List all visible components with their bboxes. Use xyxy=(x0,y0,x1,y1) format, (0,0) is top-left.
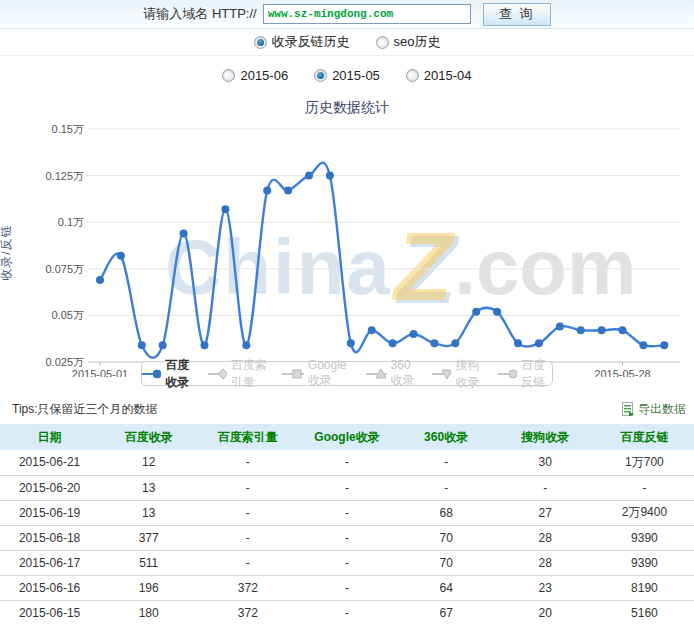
radio-option-month-2[interactable]: 2015-04 xyxy=(406,68,472,83)
data-point[interactable] xyxy=(368,326,376,334)
table-cell: 23 xyxy=(496,575,595,600)
y-tick-label: 0.125万 xyxy=(45,170,84,182)
radio-option-month-0[interactable]: 2015-06 xyxy=(222,68,288,83)
legend-label: Google收录 xyxy=(308,358,354,389)
y-tick-label: 0.05万 xyxy=(52,309,84,321)
legend-item-0[interactable]: 百度收录 xyxy=(142,357,196,391)
radio-label: 2015-06 xyxy=(240,68,288,83)
legend-item-3[interactable]: 360收录 xyxy=(366,358,420,389)
table-cell: - xyxy=(198,550,297,575)
data-point[interactable] xyxy=(556,323,564,331)
legend-marker-circle-icon xyxy=(498,368,517,380)
table-cell: - xyxy=(397,475,496,500)
data-point[interactable] xyxy=(180,229,188,237)
table-cell: - xyxy=(297,475,396,500)
radio-option-history-1[interactable]: seo历史 xyxy=(376,33,441,51)
table-cell: 377 xyxy=(99,525,198,550)
radio-label: 收录反链历史 xyxy=(272,33,350,51)
table-cell: 2015-06-19 xyxy=(0,500,99,525)
legend-item-4[interactable]: 搜狗收录 xyxy=(432,357,486,391)
data-point[interactable] xyxy=(598,326,606,334)
table-cell: 180 xyxy=(99,600,198,625)
data-point[interactable] xyxy=(389,339,397,347)
table-cell: - xyxy=(496,475,595,500)
data-point[interactable] xyxy=(201,341,209,349)
table-cell: 30 xyxy=(496,450,595,475)
legend-marker-triangle-up-icon xyxy=(366,368,386,380)
table-cell: 12 xyxy=(99,450,198,475)
tips-bar: Tips:只保留近三个月的数据 导出数据 xyxy=(0,394,694,424)
domain-input[interactable] xyxy=(263,4,471,24)
legend-item-1[interactable]: 百度索引量 xyxy=(208,357,270,391)
table-header-cell: 百度收录 xyxy=(99,424,198,450)
data-point[interactable] xyxy=(660,341,668,349)
data-point[interactable] xyxy=(96,276,104,284)
data-point[interactable] xyxy=(493,308,501,316)
data-point[interactable] xyxy=(639,341,647,349)
legend-label: 搜狗收录 xyxy=(455,357,486,391)
radio-icon[interactable] xyxy=(222,69,235,82)
data-point[interactable] xyxy=(221,205,229,213)
table-header-cell: Google收录 xyxy=(297,424,396,450)
radio-option-history-0[interactable]: 收录反链历史 xyxy=(254,33,350,51)
table-cell: 2015-06-16 xyxy=(0,575,99,600)
table-cell: 2015-06-15 xyxy=(0,600,99,625)
tips-text: Tips:只保留近三个月的数据 xyxy=(12,401,158,418)
legend-marker-circle-icon xyxy=(142,368,161,380)
table-cell: 64 xyxy=(397,575,496,600)
table-cell: 13 xyxy=(99,475,198,500)
radio-icon[interactable] xyxy=(376,36,389,49)
radio-icon[interactable] xyxy=(254,36,267,49)
table-cell: 70 xyxy=(397,550,496,575)
legend-item-2[interactable]: Google收录 xyxy=(282,358,355,389)
data-point[interactable] xyxy=(430,339,438,347)
table-cell: - xyxy=(595,475,694,500)
radio-option-month-1[interactable]: 2015-05 xyxy=(314,68,380,83)
data-point[interactable] xyxy=(410,330,418,338)
table-cell: - xyxy=(397,450,496,475)
legend-label: 百度索引量 xyxy=(231,357,269,391)
data-point[interactable] xyxy=(472,308,480,316)
data-point[interactable] xyxy=(619,326,627,334)
domain-input-label: 请输入域名 HTTP:// xyxy=(143,5,256,23)
radio-icon[interactable] xyxy=(406,69,419,82)
x-tick-label: 2015-05-01 xyxy=(72,368,128,377)
data-point[interactable] xyxy=(284,187,292,195)
table-cell: 68 xyxy=(397,500,496,525)
data-point[interactable] xyxy=(577,326,585,334)
table-cell: 2015-06-21 xyxy=(0,450,99,475)
table-cell: 2015-06-20 xyxy=(0,475,99,500)
table-header-cell: 日期 xyxy=(0,424,99,450)
data-point[interactable] xyxy=(159,341,167,349)
query-button[interactable]: 查 询 xyxy=(483,3,551,26)
legend-label: 360收录 xyxy=(391,358,421,389)
data-point[interactable] xyxy=(242,341,250,349)
data-point[interactable] xyxy=(305,172,313,180)
table-cell: - xyxy=(297,550,396,575)
radio-icon[interactable] xyxy=(314,69,327,82)
data-point[interactable] xyxy=(117,252,125,260)
data-point[interactable] xyxy=(451,339,459,347)
table-row: 2015-06-15180372-67205160 xyxy=(0,600,694,625)
data-point[interactable] xyxy=(263,187,271,195)
data-point[interactable] xyxy=(326,172,334,180)
table-cell: 372 xyxy=(198,600,297,625)
data-point[interactable] xyxy=(138,341,146,349)
table-cell: 1万700 xyxy=(595,450,694,475)
data-point[interactable] xyxy=(514,339,522,347)
data-point[interactable] xyxy=(347,339,355,347)
legend-label: 百度反链 xyxy=(521,357,552,391)
table-cell: 13 xyxy=(99,500,198,525)
table-cell: - xyxy=(198,450,297,475)
line-chart-canvas: 0.15万0.125万0.1万0.075万0.05万0.025万2015-05-… xyxy=(0,117,694,377)
data-point[interactable] xyxy=(535,339,543,347)
table-cell: - xyxy=(297,500,396,525)
query-bar: 请输入域名 HTTP:// 查 询 xyxy=(0,0,694,29)
month-radio-group: 2015-062015-052015-04 xyxy=(0,56,694,94)
y-tick-label: 0.15万 xyxy=(52,123,84,135)
export-data-link[interactable]: 导出数据 xyxy=(621,401,686,418)
table-header-cell: 百度索引量 xyxy=(198,424,297,450)
table-cell: 2015-06-17 xyxy=(0,550,99,575)
legend-item-5[interactable]: 百度反链 xyxy=(498,357,552,391)
table-cell: 8190 xyxy=(595,575,694,600)
